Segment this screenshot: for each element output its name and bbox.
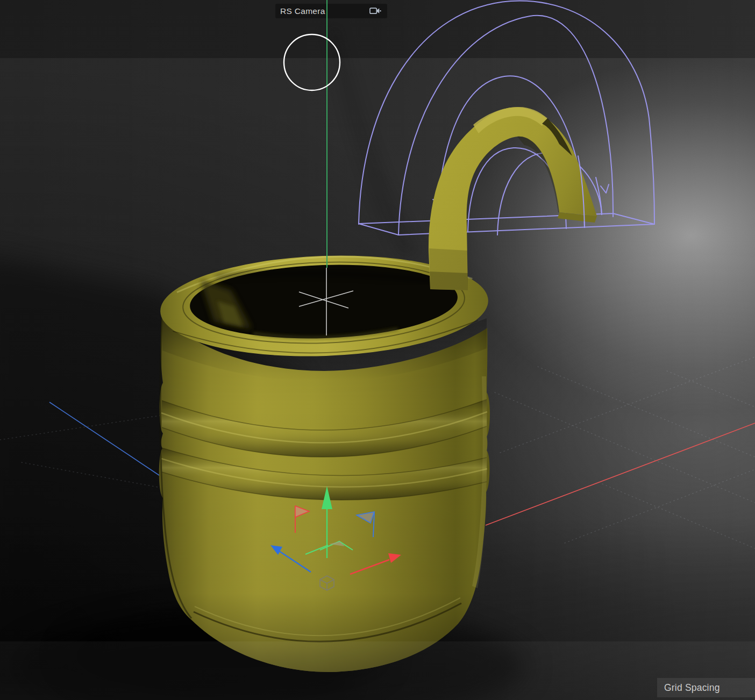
camera-label[interactable]: RS Camera <box>280 7 325 16</box>
active-camera-selector[interactable]: RS Camera <box>275 4 387 18</box>
scene-canvas[interactable] <box>0 0 755 700</box>
oil-drum-barrel-model[interactable] <box>159 250 490 672</box>
grid-spacing-readout: Grid Spacing <box>657 678 755 697</box>
video-camera-icon[interactable] <box>369 6 381 16</box>
viewport-3d[interactable]: RS Camera Grid Spacing <box>0 0 755 700</box>
grid-spacing-text: Grid Spacing <box>664 682 720 694</box>
bottom-band <box>0 641 755 700</box>
strap-shade-deep <box>430 272 468 290</box>
